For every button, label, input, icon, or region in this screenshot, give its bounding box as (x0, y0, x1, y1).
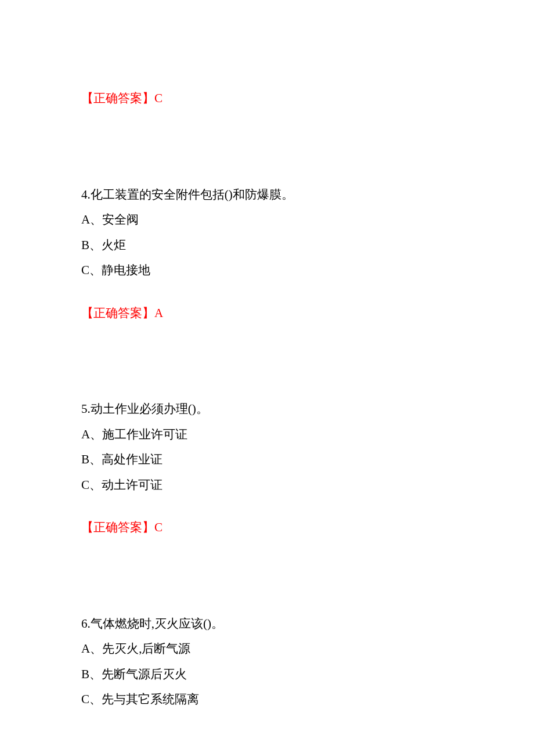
question-number: 4. (81, 188, 91, 201)
option-6-C: C、先与其它系统隔离 (81, 687, 453, 712)
option-4-B: B、火炬 (81, 233, 453, 258)
spacer (81, 283, 453, 304)
option-6-A: A、先灭火,后断气源 (81, 636, 453, 662)
answer-label: 【正确答案】 (81, 306, 154, 320)
document-page: 【正确答案】C 4.化工装置的安全附件包括()和防爆膜。 A、安全阀 B、火炬 … (0, 0, 534, 756)
content-column: 【正确答案】C 4.化工装置的安全附件包括()和防爆膜。 A、安全阀 B、火炬 … (81, 0, 453, 712)
question-text: 动土作业必须办理()。 (91, 402, 208, 416)
answer-label: 【正确答案】 (81, 520, 154, 534)
question-6: 6.气体燃烧时,灭火应该()。 (81, 611, 453, 637)
answer-letter: A (154, 306, 163, 320)
answer-label: 【正确答案】 (81, 91, 154, 105)
answer-block-3: 【正确答案】C (81, 0, 453, 108)
spacer (81, 108, 453, 182)
spacer (81, 322, 453, 397)
question-text: 气体燃烧时,灭火应该()。 (91, 617, 223, 631)
question-number: 5. (81, 402, 91, 416)
answer-letter: C (154, 520, 163, 534)
question-number: 6. (81, 617, 91, 631)
option-5-C: C、动土许可证 (81, 473, 453, 498)
spacer (81, 537, 453, 611)
question-text: 化工装置的安全附件包括()和防爆膜。 (91, 188, 294, 201)
question-5: 5.动土作业必须办理()。 (81, 397, 453, 422)
question-4: 4.化工装置的安全附件包括()和防爆膜。 (81, 182, 453, 208)
option-5-B: B、高处作业证 (81, 447, 453, 473)
answer-block-5: 【正确答案】C (81, 519, 453, 537)
option-5-A: A、施工作业许可证 (81, 422, 453, 448)
option-4-C: C、静电接地 (81, 258, 453, 283)
answer-letter: C (154, 91, 163, 105)
option-4-A: A、安全阀 (81, 207, 453, 233)
spacer (81, 498, 453, 519)
option-6-B: B、先断气源后灭火 (81, 662, 453, 687)
answer-block-4: 【正确答案】A (81, 304, 453, 323)
